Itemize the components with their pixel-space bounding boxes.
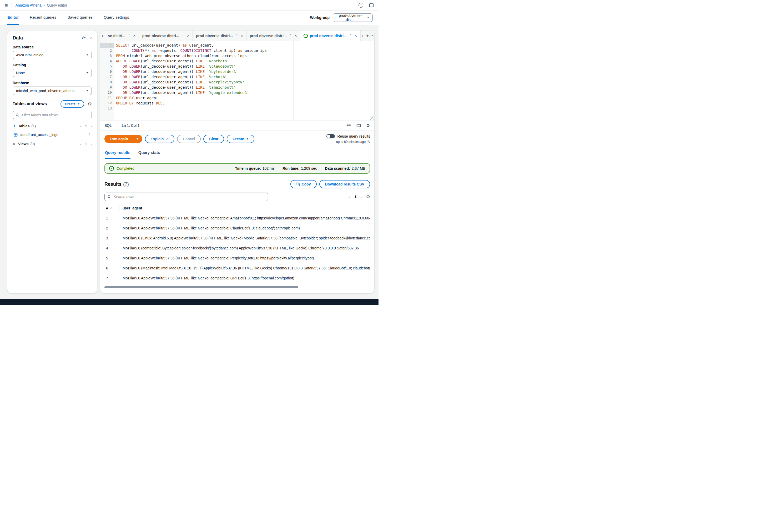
row-index: 1 (105, 216, 119, 220)
row-user-agent: Mozilla/5.0 (Macintosh; Intel Mac OS X 1… (123, 266, 370, 270)
filter-tables-input[interactable] (21, 112, 89, 117)
reuse-results-toggle[interactable] (326, 134, 335, 139)
run-options-icon[interactable]: ▼ (133, 135, 142, 143)
tab-close-icon[interactable]: × (241, 34, 243, 38)
editor-settings-gear-icon[interactable]: ⚙ (366, 123, 370, 128)
refresh-icon[interactable]: ⟳ (82, 35, 85, 41)
format-query-icon[interactable] (347, 123, 351, 128)
table-row[interactable]: 3 Mozilla/5.0 (Linux; Android 5.0) Apple… (105, 233, 370, 243)
database-select[interactable]: micahrl_web_prod_obverse_athena ▼ (13, 86, 92, 95)
table-row[interactable]: 6 Mozilla/5.0 (Macintosh; Intel Mac OS X… (105, 263, 370, 273)
page-prev-icon[interactable]: ‹ (80, 142, 81, 146)
editor-gutter: 12345678910111213 (100, 41, 114, 120)
tab-query-settings[interactable]: Query settings (103, 11, 130, 25)
tab-query-stats[interactable]: Query stats (138, 147, 160, 159)
tab-close-icon[interactable]: × (294, 34, 297, 38)
catalog-select[interactable]: None ▼ (13, 69, 92, 77)
page-next-icon[interactable]: › (91, 142, 92, 146)
table-item-cloudfront-access-logs[interactable]: cloudfront_access_logs ⋮ (14, 132, 92, 137)
query-tab-5-active[interactable]: ✓ prod-obverse-distri... ⋮ × (300, 31, 360, 41)
page-prev-icon[interactable]: ‹ (349, 195, 350, 199)
tab-menu-icon[interactable]: ⋮ (349, 34, 352, 38)
run-again-button[interactable]: Run again (105, 135, 133, 143)
workgroup-select[interactable]: prod-obverse-dist... ▼ (333, 14, 373, 22)
table-row[interactable]: 7 Mozilla/5.0 AppleWebKit/537.36 (KHTML,… (105, 273, 370, 283)
column-divider (119, 206, 119, 210)
tab-menu-icon[interactable]: ⋮ (288, 34, 292, 38)
results-header: Results(7) Copy Download results CSV (105, 180, 370, 188)
data-source-select[interactable]: AwsDataCatalog ▼ (13, 51, 92, 59)
hamburger-menu-button[interactable]: ≡ (5, 3, 8, 8)
tab-menu-icon[interactable]: ⋮ (127, 34, 131, 38)
query-tab-4[interactable]: prod-obverse-distri... ⋮ × (247, 31, 300, 41)
collapse-panel-icon[interactable]: ‹ (90, 36, 92, 41)
side-panel-icon[interactable] (369, 3, 374, 8)
new-tab-icon[interactable]: + (365, 31, 370, 41)
tab-editor[interactable]: Editor (7, 11, 19, 25)
tab-list-icon[interactable]: ▼ (370, 31, 374, 41)
tab-recent-queries[interactable]: Recent queries (29, 11, 57, 25)
shortcuts-icon[interactable] (356, 123, 361, 128)
clear-button[interactable]: Clear (203, 135, 224, 143)
query-tab-2[interactable]: prod-obverse-distri... ⋮ × (139, 31, 193, 41)
download-results-csv-button[interactable]: Download results CSV (319, 180, 370, 188)
tab-menu-icon[interactable]: ⋮ (181, 34, 185, 38)
tab-menu-icon[interactable]: ⋮ (235, 34, 239, 38)
catalog-label: Catalog (13, 63, 92, 67)
page-next-icon[interactable]: › (361, 195, 362, 199)
editor-statusbar: SQL Ln 1, Col 1 ⚙ (100, 120, 374, 131)
editor-code[interactable]: SELECT url_decode(user_agent) as user_ag… (114, 41, 374, 120)
table-row[interactable]: 2 Mozilla/5.0 AppleWebKit/537.36 (KHTML,… (105, 223, 370, 233)
table-row[interactable]: 1 Mozilla/5.0 AppleWebKit/537.36 (KHTML,… (105, 213, 370, 223)
chevron-down-icon: ▼ (246, 138, 249, 140)
horizontal-scrollbar (105, 286, 370, 288)
chevron-down-icon: ▼ (86, 54, 88, 56)
data-settings-gear-icon[interactable]: ⚙ (88, 101, 92, 107)
results-pagination: ‹ 1 › ⚙ (349, 194, 370, 200)
page-prev-icon[interactable]: ‹ (80, 124, 81, 128)
data-panel: Data ⟳ ‹ Data source AwsDataCatalog ▼ Ca… (7, 31, 97, 293)
row-user-agent: Mozilla/5.0 AppleWebKit/537.36 (KHTML, l… (123, 216, 370, 220)
success-check-icon: ✓ (109, 166, 114, 171)
row-index: 3 (105, 236, 119, 240)
table-row[interactable]: 4 Mozilla/5.0 (compatible; Bytespider; s… (105, 243, 370, 253)
table-item-label: cloudfront_access_logs (20, 133, 58, 137)
page-next-icon[interactable]: › (91, 124, 92, 128)
tab-close-icon[interactable]: × (354, 34, 357, 38)
filter-icon[interactable]: ▽ (110, 206, 112, 209)
tabs-scroll-left-icon[interactable]: ‹ (100, 31, 105, 41)
tables-collapse-icon[interactable]: ▼ (13, 125, 16, 127)
sql-editor[interactable]: 12345678910111213 SELECT url_decode(user… (100, 41, 374, 120)
search-icon (107, 195, 111, 199)
views-expand-icon[interactable]: ▶ (13, 142, 16, 145)
table-menu-icon[interactable]: ⋮ (88, 132, 92, 137)
query-tab-1[interactable]: se-distri... ⋮ × (105, 31, 139, 41)
chevron-down-icon: ▼ (367, 16, 369, 19)
info-icon[interactable]: i (358, 3, 363, 8)
main-content: Data ⟳ ‹ Data source AwsDataCatalog ▼ Ca… (0, 25, 378, 299)
search-rows-input[interactable] (113, 195, 265, 199)
results-settings-gear-icon[interactable]: ⚙ (366, 194, 370, 200)
create-button[interactable]: Create ▼ (60, 100, 84, 108)
tab-query-results[interactable]: Query results (105, 147, 131, 159)
views-group-row: ▶ Views (0) ‹ 1 › (13, 142, 92, 146)
tab-close-icon[interactable]: × (187, 34, 189, 38)
breadcrumb-amazon-athena-link[interactable]: Amazon Athena (15, 3, 42, 7)
copy-button[interactable]: Copy (290, 180, 317, 188)
results-page-number: 1 (354, 195, 357, 199)
explain-button[interactable]: Explain ↗ (145, 135, 175, 143)
table-row[interactable]: 5 Mozilla/5.0 AppleWebKit/537.36 (KHTML,… (105, 253, 370, 263)
tab-saved-queries[interactable]: Saved queries (67, 11, 93, 25)
cancel-button[interactable]: Cancel (177, 135, 201, 143)
horizontal-scrollbar-thumb[interactable] (105, 286, 298, 288)
create-dropdown-button[interactable]: Create ▼ (227, 135, 254, 143)
tables-pagination: ‹ 1 › (80, 124, 92, 128)
tab-close-icon[interactable]: × (133, 34, 136, 38)
results-title: Results(7) (105, 181, 129, 187)
editor-resize-handle[interactable] (370, 116, 374, 120)
results-table: # ▽ user_agent 1 Mozilla/5.0 AppleWebKit… (105, 203, 370, 283)
query-success-icon: ✓ (304, 34, 308, 38)
tabs-scroll-right-icon[interactable]: › (360, 31, 365, 41)
query-tab-3[interactable]: prod-obverse-distri... ⋮ × (193, 31, 247, 41)
edit-icon[interactable]: ✎ (367, 140, 370, 144)
